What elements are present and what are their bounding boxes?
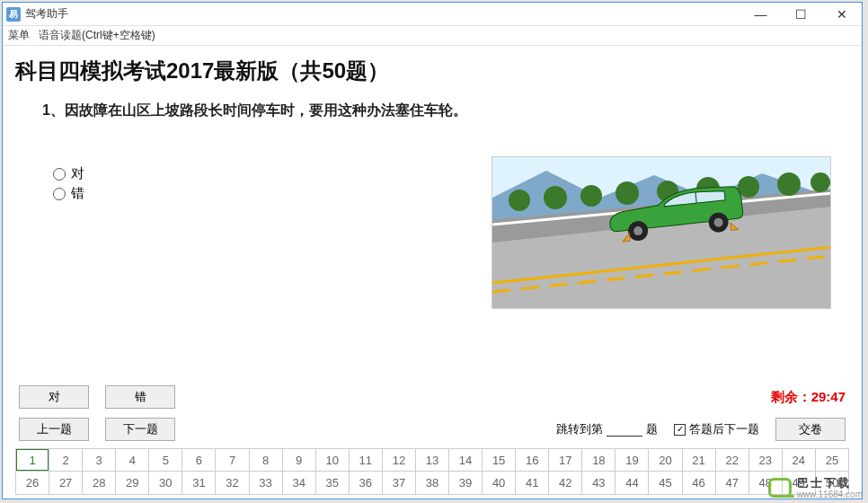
grid-cell[interactable]: 45	[649, 472, 682, 494]
grid-cell[interactable]: 3	[83, 449, 116, 472]
grid-cell[interactable]: 46	[683, 472, 716, 494]
app-icon: 易	[6, 7, 21, 22]
grid-cell[interactable]: 36	[350, 472, 383, 494]
grid-cell[interactable]: 9	[283, 449, 316, 472]
grid-cell[interactable]: 18	[582, 449, 616, 472]
grid-cell[interactable]: 11	[350, 449, 383, 472]
grid-cell[interactable]: 37	[383, 472, 416, 494]
grid-cell[interactable]: 19	[616, 449, 649, 472]
grid-cell[interactable]: 47	[716, 472, 749, 494]
grid-cell[interactable]: 42	[549, 472, 582, 494]
grid-cell[interactable]: 26	[16, 472, 49, 494]
jump-input[interactable]	[607, 422, 642, 437]
svg-point-13	[777, 172, 801, 196]
question-grid: 1234567891011121314151617181920212223242…	[15, 448, 849, 495]
grid-cell[interactable]: 14	[449, 449, 483, 472]
grid-cell[interactable]: 22	[716, 449, 749, 472]
radio-icon	[53, 188, 66, 200]
answer-true-button[interactable]: 对	[19, 385, 89, 409]
grid-cell[interactable]: 23	[749, 449, 783, 472]
grid-cell[interactable]: 28	[83, 472, 116, 494]
question-image	[492, 156, 831, 309]
jump-control: 跳转到第 题	[556, 421, 658, 437]
grid-cell[interactable]: 12	[383, 449, 416, 472]
grid-cell[interactable]: 10	[316, 449, 350, 472]
option-false-label: 错	[71, 185, 84, 202]
grid-cell[interactable]: 13	[416, 449, 449, 472]
maximize-button[interactable]: ☐	[781, 3, 821, 26]
menu-voice[interactable]: 语音读题(Ctrl键+空格键)	[39, 28, 155, 43]
content-area: 科目四模拟考试2017最新版（共50题） 1、因故障在山区上坡路段长时间停车时，…	[3, 46, 862, 499]
svg-point-6	[509, 190, 530, 211]
grid-cell[interactable]: 44	[616, 472, 649, 494]
grid-cell[interactable]: 24	[783, 449, 816, 472]
titlebar: 易 驾考助手 — ☐ ✕	[3, 3, 862, 26]
svg-point-8	[580, 185, 602, 207]
grid-row: 1234567891011121314151617181920212223242…	[16, 449, 848, 472]
grid-cell[interactable]: 49	[783, 472, 816, 494]
grid-cell[interactable]: 48	[749, 472, 783, 494]
minimize-button[interactable]: —	[740, 3, 781, 26]
radio-icon	[53, 168, 66, 181]
grid-cell[interactable]: 2	[49, 449, 83, 472]
grid-cell[interactable]: 50	[816, 472, 848, 494]
next-button[interactable]: 下一题	[105, 418, 175, 441]
option-true-label: 对	[71, 165, 84, 182]
timer-value: 29:47	[811, 389, 846, 404]
timer-label: 剩余：	[771, 389, 811, 404]
grid-cell[interactable]: 1	[16, 449, 49, 472]
auto-next-label: 答题后下一题	[689, 421, 759, 437]
grid-cell[interactable]: 31	[182, 472, 216, 494]
question-body: 对 错	[53, 156, 849, 309]
grid-cell[interactable]: 30	[149, 472, 182, 494]
grid-cell[interactable]: 8	[250, 449, 283, 472]
grid-cell[interactable]: 25	[816, 449, 848, 472]
grid-cell[interactable]: 29	[116, 472, 149, 494]
grid-cell[interactable]: 41	[516, 472, 549, 494]
answer-false-button[interactable]: 错	[105, 385, 175, 409]
grid-cell[interactable]: 16	[516, 449, 549, 472]
close-button[interactable]: ✕	[821, 3, 862, 26]
auto-next-checkbox[interactable]: ✓ 答题后下一题	[674, 421, 759, 437]
grid-cell[interactable]: 27	[49, 472, 83, 494]
grid-cell[interactable]: 34	[283, 472, 316, 494]
submit-button[interactable]: 交卷	[775, 418, 846, 441]
grid-cell[interactable]: 39	[449, 472, 483, 494]
app-window: 易 驾考助手 — ☐ ✕ 菜单 语音读题(Ctrl键+空格键) 科目四模拟考试2…	[2, 2, 863, 499]
grid-cell[interactable]: 15	[483, 449, 516, 472]
grid-cell[interactable]: 7	[216, 449, 249, 472]
timer: 剩余：29:47	[771, 389, 846, 406]
svg-point-9	[616, 181, 639, 205]
window-controls: — ☐ ✕	[740, 3, 862, 26]
svg-point-14	[810, 172, 830, 192]
checkbox-icon: ✓	[674, 424, 686, 436]
app-title: 驾考助手	[25, 6, 68, 22]
jump-suffix: 题	[646, 421, 658, 437]
grid-cell[interactable]: 17	[549, 449, 582, 472]
answer-button-row: 对 错 剩余：29:47	[15, 385, 849, 409]
prev-button[interactable]: 上一题	[19, 418, 89, 441]
nav-row: 上一题 下一题 跳转到第 题 ✓ 答题后下一题 交卷	[15, 418, 849, 441]
jump-prefix: 跳转到第	[556, 421, 603, 437]
page-title: 科目四模拟考试2017最新版（共50题）	[15, 57, 849, 85]
option-false[interactable]: 错	[53, 185, 84, 202]
option-true[interactable]: 对	[53, 165, 84, 182]
grid-cell[interactable]: 4	[116, 449, 149, 472]
svg-point-12	[738, 176, 759, 198]
grid-row: 2627282930313233343536373839404142434445…	[16, 472, 848, 494]
grid-cell[interactable]: 6	[182, 449, 216, 472]
menubar: 菜单 语音读题(Ctrl键+空格键)	[3, 26, 862, 46]
svg-point-7	[544, 186, 567, 209]
options-group: 对 错	[53, 165, 84, 202]
grid-cell[interactable]: 32	[216, 472, 249, 494]
grid-cell[interactable]: 33	[250, 472, 283, 494]
grid-cell[interactable]: 5	[149, 449, 182, 472]
grid-cell[interactable]: 35	[316, 472, 350, 494]
question-text: 1、因故障在山区上坡路段长时间停车时，要用这种办法塞住车轮。	[42, 101, 849, 120]
grid-cell[interactable]: 43	[582, 472, 616, 494]
grid-cell[interactable]: 38	[416, 472, 449, 494]
grid-cell[interactable]: 21	[683, 449, 716, 472]
grid-cell[interactable]: 40	[483, 472, 516, 494]
menu-main[interactable]: 菜单	[8, 28, 30, 43]
grid-cell[interactable]: 20	[649, 449, 682, 472]
